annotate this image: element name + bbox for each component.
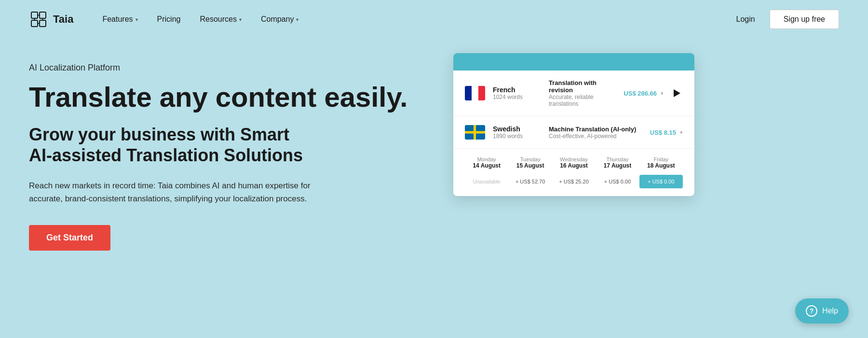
chevron-down-icon: ▾ <box>296 17 298 22</box>
lang-info-swedish: Swedish 1890 words <box>493 125 541 140</box>
service-name-swedish: Machine Translation (AI-only) <box>549 126 642 133</box>
login-button[interactable]: Login <box>736 15 755 24</box>
service-desc-swedish: Cost-effective, AI-powered <box>549 133 642 140</box>
logo-icon <box>29 10 48 29</box>
cal-cell-tuesday[interactable]: + US$ 52.70 <box>508 175 552 188</box>
logo-text: Taia <box>53 13 73 26</box>
lang-info-french: French 1024 words <box>493 86 541 100</box>
translation-row-french: French 1024 words Translation with revis… <box>453 70 694 116</box>
cal-day-monday: Monday 14 August <box>465 156 508 169</box>
chevron-down-icon: ▾ <box>136 17 138 22</box>
get-started-button[interactable]: Get Started <box>29 225 110 251</box>
flag-french <box>465 86 485 100</box>
chevron-down-icon: ▾ <box>661 90 664 97</box>
cal-day-friday: Friday 18 August <box>639 156 683 169</box>
price-area-french: US$ 286.66 ▾ <box>624 90 664 97</box>
chevron-down-icon: ▾ <box>239 17 242 22</box>
cal-cell-thursday[interactable]: + US$ 0.00 <box>596 175 639 188</box>
chevron-down-icon: ▾ <box>680 129 683 136</box>
hero-section: AI Localization Platform Translate any c… <box>29 58 415 251</box>
play-icon[interactable] <box>671 87 683 99</box>
cal-day-wednesday: Wednesday 16 August <box>552 156 596 169</box>
nav-actions: Login Sign up free <box>736 10 839 29</box>
hero-description: Reach new markets in record time: Taia c… <box>29 179 318 205</box>
nav-links: Features ▾ Pricing Resources ▾ Company ▾ <box>102 15 736 24</box>
lang-name-french: French <box>493 86 541 94</box>
service-info-french: Translation with revision Accurate, reli… <box>549 79 616 107</box>
price-area-swedish: US$ 8.15 ▾ <box>650 129 683 136</box>
dashboard-body: French 1024 words Translation with revis… <box>453 70 694 196</box>
calendar-body: Unavailable + US$ 52.70 + US$ 25.20 + US… <box>465 175 683 188</box>
platform-label: AI Localization Platform <box>29 63 415 73</box>
nav-company[interactable]: Company ▾ <box>261 15 298 24</box>
flag-swedish <box>465 125 485 140</box>
cal-day-thursday: Thursday 17 August <box>596 156 639 169</box>
hero-title: Translate any content easily. <box>29 82 415 113</box>
svg-rect-1 <box>40 12 46 18</box>
nav-features[interactable]: Features ▾ <box>102 15 137 24</box>
hero-subtitle: Grow your business with Smart AI-assiste… <box>29 124 415 166</box>
lang-words-french: 1024 words <box>493 94 541 100</box>
logo[interactable]: Taia <box>29 10 73 29</box>
signup-button[interactable]: Sign up free <box>770 10 839 29</box>
nav-pricing[interactable]: Pricing <box>157 15 181 24</box>
dashboard-preview: French 1024 words Translation with revis… <box>453 53 694 196</box>
cal-day-tuesday: Tuesday 15 August <box>508 156 552 169</box>
svg-rect-0 <box>31 12 38 18</box>
nav-resources[interactable]: Resources ▾ <box>200 15 241 24</box>
service-name-french: Translation with revision <box>549 79 616 94</box>
svg-rect-3 <box>40 20 46 27</box>
cal-cell-wednesday[interactable]: + US$ 25.20 <box>552 175 596 188</box>
navbar: Taia Features ▾ Pricing Resources ▾ Comp… <box>0 0 868 39</box>
help-icon: ? <box>806 305 817 317</box>
help-label: Help <box>822 307 838 315</box>
main-content: AI Localization Platform Translate any c… <box>0 39 868 251</box>
calendar-section: Monday 14 August Tuesday 15 August Wedne… <box>453 149 694 196</box>
lang-words-swedish: 1890 words <box>493 133 541 140</box>
svg-rect-2 <box>31 20 38 27</box>
service-info-swedish: Machine Translation (AI-only) Cost-effec… <box>549 126 642 140</box>
play-triangle <box>674 89 680 97</box>
dashboard-header-bar <box>453 53 694 70</box>
cal-cell-friday[interactable]: + US$ 0.00 <box>639 175 683 188</box>
price-swedish: US$ 8.15 <box>650 129 676 136</box>
cal-cell-monday[interactable]: Unavailable <box>465 175 508 188</box>
help-bubble[interactable]: ? Help <box>795 298 849 324</box>
translation-row-swedish: Swedish 1890 words Machine Translation (… <box>453 116 694 149</box>
service-desc-french: Accurate, reliable translations <box>549 94 616 107</box>
lang-name-swedish: Swedish <box>493 125 541 133</box>
price-french: US$ 286.66 <box>624 90 657 97</box>
calendar-header: Monday 14 August Tuesday 15 August Wedne… <box>465 156 683 169</box>
